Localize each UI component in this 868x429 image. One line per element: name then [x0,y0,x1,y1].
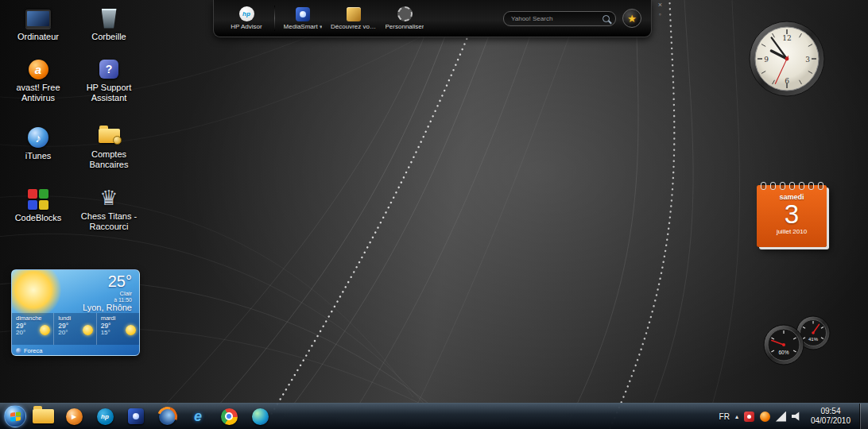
meter-value: 60% [778,350,789,355]
dock-item-label: HP Advisor [231,23,262,30]
tray-media-icon[interactable] [744,412,754,422]
offers-icon [347,7,361,21]
sun-icon [11,269,61,318]
sun-icon [83,325,93,335]
tray-time: 09:54 [811,407,851,417]
firefox-icon [159,408,176,425]
forecast-day-label: mardi [101,315,136,322]
divider [274,6,275,31]
sun-icon [126,325,136,335]
hp-icon [97,408,114,425]
taskbar-button-chrome[interactable] [215,404,243,428]
windows-logo-icon [10,412,21,421]
close-icon[interactable]: × [658,2,662,9]
icon-label: HP Support Assistant [75,83,143,102]
weather-location: Lyon, Rhône [83,303,132,312]
show-desktop-button[interactable] [859,404,868,429]
forecast-low: 15° [101,330,111,337]
tray-date: 04/07/2010 [811,416,851,427]
itunes-icon [25,126,51,149]
icon-label: iTunes [25,151,52,161]
hp-logo-icon [239,6,254,21]
current-temperature: 25° [108,273,132,290]
language-indicator[interactable]: FR [719,412,730,421]
forecast-day-label: dimanche [16,315,50,322]
forecast-day: lundi 29° 20° [54,313,96,345]
tray-clock[interactable]: 09:54 04/07/2010 [808,407,854,427]
taskbar-button-firefox[interactable] [153,404,181,428]
chevron-down-icon: ▾ [320,24,323,29]
clock-gadget[interactable]: 12 3 6 9 [747,19,827,99]
favorites-star-button[interactable]: ★ [622,9,641,28]
search-icon[interactable] [603,15,610,22]
forecast-day: dimanche 29° 20° [12,313,54,345]
taskbar-button-media-player[interactable] [60,404,88,428]
dock-item-personnaliser[interactable]: Personnaliser [382,6,428,30]
star-icon: ★ [627,14,637,24]
taskbar-button-mediasmart[interactable] [122,404,150,428]
tray-avast-icon[interactable] [760,412,770,422]
desktop-icon-itunes[interactable]: iTunes [4,126,72,161]
desktop[interactable]: Ordinateur Corbeille avast! Free Antivir… [0,0,868,429]
dock-item-label: Personnaliser [386,23,424,30]
icon-label: Comptes Bancaires [75,149,143,169]
icon-label: Ordinateur [17,32,59,42]
forecast-low: 20° [16,330,26,337]
forecast-day: mardi 29° 15° [97,313,139,345]
desktop-icon-hp-support[interactable]: HP Support Assistant [75,57,143,102]
media-player-icon [66,408,83,425]
recycle-bin-icon [96,6,122,30]
sun-icon [40,325,50,335]
spiral-binding-icon [761,182,823,190]
yahoo-search-input[interactable] [510,14,599,23]
folder-icon [96,124,122,148]
icon-label: Chess Titans - Raccourci [75,211,143,231]
forecast-low: 20° [58,330,68,337]
yahoo-search-box[interactable] [503,11,616,26]
gauge-icon: 60% [763,324,804,365]
foreca-logo-icon [16,348,21,354]
icon-label: avast! Free Antivirus [4,83,72,102]
calendar-day: 3 [785,201,799,227]
taskbar-button-explorer[interactable] [29,404,57,428]
weather-updated: à 11:50 [108,297,132,303]
svg-text:9: 9 [764,56,769,64]
computer-icon [25,6,51,30]
calendar-gadget[interactable]: samedi 3 juillet 2010 [757,185,827,247]
start-button[interactable] [4,405,26,427]
cpu-meter-gadget[interactable]: 60% [763,324,804,365]
desktop-icon-avast[interactable]: avast! Free Antivirus [4,57,72,102]
weather-provider: Foreca [16,347,42,354]
desktop-icon-corbeille[interactable]: Corbeille [75,6,143,42]
folder-icon [33,409,54,423]
taskbar-button-messenger[interactable] [246,404,274,428]
forecast-day-label: lundi [58,315,92,322]
forecast-strip: dimanche 29° 20° lundi 29° 20° [12,313,139,345]
volume-icon[interactable] [792,412,802,422]
mediasmart-icon [128,408,144,424]
mediasmart-icon [296,7,310,21]
codeblocks-icon [25,187,51,211]
svg-text:12: 12 [782,34,791,42]
dock-item-decouvrez[interactable]: Découvrez vos offres [331,7,377,30]
hidden-icons-arrow[interactable]: ▴ [735,413,738,420]
dock-item-hp-advisor[interactable]: HP Advisor [223,6,269,30]
desktop-icon-codeblocks[interactable]: CodeBlocks [4,187,72,223]
taskbar: e FR ▴ 09:54 04/07/2010 [0,403,868,429]
taskbar-button-internet-explorer[interactable]: e [184,404,212,428]
taskbar-button-hp-advisor[interactable] [91,404,119,428]
dock-item-mediasmart[interactable]: MediaSmart ▾ [280,7,326,30]
desktop-icon-comptes[interactable]: Comptes Bancaires [75,124,143,169]
gear-icon [397,6,413,21]
analog-clock: 12 3 6 9 [747,19,827,99]
pin-icon[interactable]: ◦ [659,11,661,18]
chess-piece-icon: ♛ [96,186,122,210]
network-icon[interactable] [776,412,786,422]
icon-label: Corbeille [91,32,126,42]
avast-icon [25,57,51,81]
svg-text:3: 3 [805,56,810,64]
weather-gadget[interactable]: 25° Clair à 11:50 Lyon, Rhône dimanche 2… [11,269,140,356]
desktop-icon-chess-titans[interactable]: ♛ Chess Titans - Raccourci [75,186,143,231]
chrome-icon [221,408,238,425]
desktop-icon-ordinateur[interactable]: Ordinateur [4,6,72,42]
